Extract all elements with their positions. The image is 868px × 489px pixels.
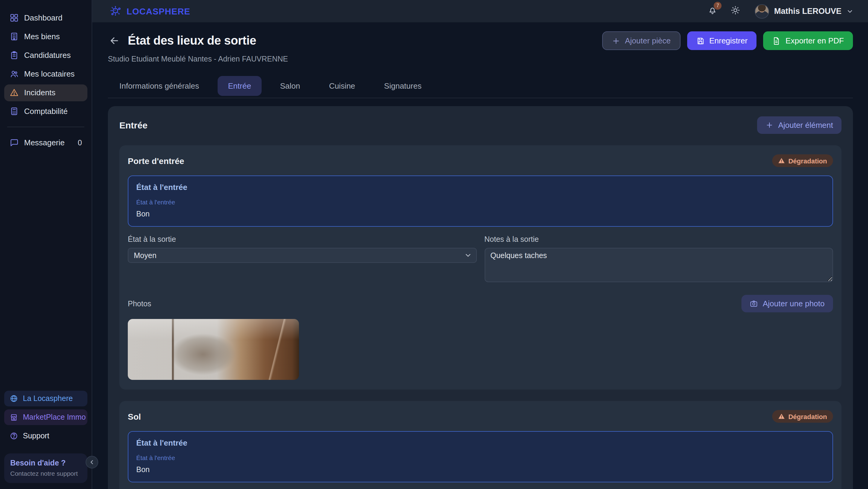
building-icon [10,32,19,41]
plus-icon [612,36,620,45]
globe-icon [10,394,18,402]
calculator-icon [10,107,19,116]
sidebar-divider [7,127,84,127]
store-icon [10,413,18,421]
chevron-left-icon [89,459,95,465]
item-card-porte-entree: Porte d'entrée Dégradation État à l'entr… [119,145,841,390]
notifications-button[interactable]: 7 [708,5,717,17]
exit-notes-field: Notes à la sortie Quelques taches [484,235,833,284]
sidebar-item-comptabilite[interactable]: Comptabilité [4,103,87,120]
save-button[interactable]: Enregistrer [687,31,756,50]
sidebar-item-label: Mes biens [24,32,60,41]
sidebar-item-candidatures[interactable]: Candidatures [4,47,87,64]
add-room-label: Ajouter pièce [625,36,671,45]
sidebar-item-label: Mes locataires [24,69,75,79]
add-element-label: Ajouter élément [778,121,833,130]
exit-notes-label: Notes à la sortie [484,235,833,244]
export-pdf-button[interactable]: Exporter en PDF [763,31,853,50]
section-title: Entrée [119,120,147,130]
warning-triangle-icon [778,157,785,164]
page-subtitle: Studio Etudiant Meublé Nantes - Adrien F… [108,55,853,63]
badge-label: Dégradation [788,413,827,420]
sidebar-item-dashboard[interactable]: Dashboard [4,9,87,26]
clipboard-icon [10,51,19,60]
back-button[interactable] [108,35,120,47]
export-pdf-label: Exporter en PDF [785,36,844,45]
messagerie-count: 0 [78,139,82,147]
sidebar-item-label: Comptabilité [24,107,68,116]
entry-state-box: État à l'entrée État à l'entrée Bon [128,431,833,482]
entry-state-value: Bon [136,465,825,474]
sidebar-link-marketplace-immo[interactable]: MarketPlace Immo [4,409,87,425]
tab-salon[interactable]: Salon [270,76,310,98]
chevron-down-icon [846,7,854,15]
add-photo-button[interactable]: Ajouter une photo [742,295,833,312]
sidebar-item-mes-locataires[interactable]: Mes locataires [4,65,87,82]
sidebar-link-label: La Locasphere [23,394,73,402]
user-name: Mathis LEROUVE [774,7,841,16]
sidebar-item-mes-biens[interactable]: Mes biens [4,28,87,45]
dashboard-icon [10,13,19,22]
section-header: Entrée Ajouter élément [119,116,841,134]
sidebar-item-incidents[interactable]: Incidents [4,84,87,101]
photos-block: Photos Ajouter une photo [128,295,833,380]
tab-entree[interactable]: Entrée [218,76,261,96]
item-card-sol: Sol Dégradation État à l'entrée État à l… [119,401,841,489]
item-header: Sol Dégradation [128,409,833,424]
main-area: LOCASPHERE 7 Mathis LEROUVE [92,0,868,489]
item-header: Porte d'entrée Dégradation [128,153,833,168]
topbar: LOCASPHERE 7 Mathis LEROUVE [92,0,868,22]
photo-thumbnail[interactable] [128,319,299,380]
message-icon [10,138,19,147]
entry-state-box: État à l'entrée État à l'entrée Bon [128,176,833,227]
tab-cuisine[interactable]: Cuisine [319,76,366,98]
save-label: Enregistrer [709,36,747,45]
entry-state-title: État à l'entrée [136,183,825,192]
topbar-right: 7 Mathis LEROUVE [708,4,854,19]
user-menu[interactable]: Mathis LEROUVE [755,4,854,19]
question-icon [10,431,18,440]
notification-badge: 7 [714,1,721,9]
add-room-button[interactable]: Ajouter pièce [602,31,680,50]
tab-bar: Informations générales Entrée Salon Cuis… [108,76,853,98]
degradation-badge: Dégradation [772,410,833,423]
avatar [755,4,769,19]
theme-toggle-button[interactable] [731,5,740,17]
page-content: État des lieux de sortie Ajouter pièce E… [92,22,868,489]
sidebar-item-label: Candidatures [24,51,71,60]
save-icon [696,36,704,45]
help-box[interactable]: Besoin d'aide ? Contactez notre support [4,453,87,483]
users-icon [10,69,19,79]
tab-informations-generales[interactable]: Informations générales [109,76,210,98]
exit-state-select[interactable]: Moyen [128,248,476,263]
sidebar-spacer [4,152,87,389]
exit-notes-textarea[interactable]: Quelques taches [484,248,833,282]
sidebar-link-la-locasphere[interactable]: La Locasphere [4,390,87,406]
entry-state-label: État à l'entrée [136,454,825,461]
sidebar-collapse-button[interactable] [86,456,98,468]
plus-icon [766,121,773,129]
sidebar-item-messagerie[interactable]: Messagerie 0 [4,134,87,151]
sidebar-link-support[interactable]: Support [4,428,87,444]
sidebar-item-label: Dashboard [24,13,62,22]
locasphere-logo-icon [109,5,122,18]
entry-state-title: État à l'entrée [136,438,825,448]
help-subtitle: Contactez notre support [10,470,82,477]
page-header: État des lieux de sortie Ajouter pièce E… [108,31,853,50]
help-title: Besoin d'aide ? [10,459,82,467]
sidebar-link-label: Support [23,431,50,440]
tab-signatures[interactable]: Signatures [374,76,432,98]
sidebar-item-label: Incidents [24,88,56,97]
brand[interactable]: LOCASPHERE [109,5,190,18]
degradation-badge: Dégradation [772,154,833,167]
entry-state-label: État à l'entrée [136,198,825,206]
camera-icon [750,300,758,307]
item-name: Sol [128,411,141,421]
add-photo-label: Ajouter une photo [763,299,825,308]
photos-label: Photos [128,299,151,308]
section-entree: Entrée Ajouter élément Porte d'entrée [108,106,853,489]
badge-label: Dégradation [788,157,827,164]
document-icon [772,36,781,45]
sidebar-link-label: MarketPlace Immo [23,413,86,421]
add-element-button[interactable]: Ajouter élément [757,116,841,134]
